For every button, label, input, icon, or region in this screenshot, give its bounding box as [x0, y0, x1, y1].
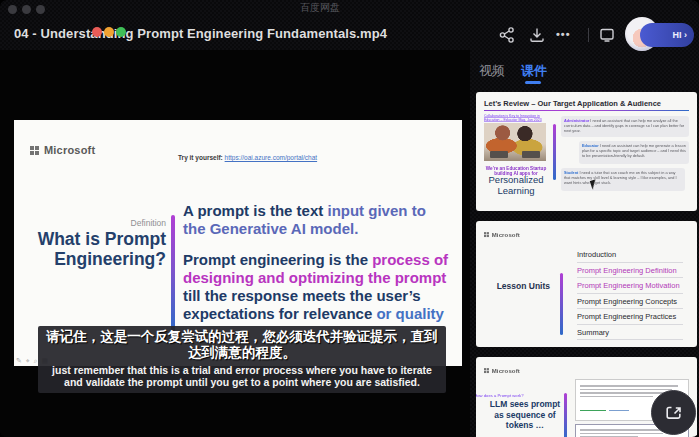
lesson-units-label: Lesson Units: [486, 247, 560, 340]
try-it-link: https://oai.azure.com/portal/chat: [225, 154, 318, 161]
try-it-yourself: Try it yourself: https://oai.azure.com/p…: [178, 154, 317, 161]
cast-icon[interactable]: [598, 26, 616, 44]
lesson-unit-item: Prompt Engineering Concepts: [577, 294, 683, 310]
laptop-shape: [522, 151, 540, 158]
lesson-unit-item: Introduction: [577, 247, 683, 263]
baidu-netdisk-player-window: 百度网盘 04 - Understanding Prompt Engineeri…: [0, 0, 699, 437]
download-icon[interactable]: [528, 26, 546, 44]
microsoft-logo-icon: [484, 232, 489, 237]
thumb3-kicker: How does a Prompt work?: [476, 393, 538, 397]
microsoft-logo-icon: [484, 368, 489, 373]
loading-dot-green-icon: [116, 27, 126, 37]
thumb1-headline: Personalized Learning: [484, 175, 548, 196]
app-name: 百度网盘: [0, 1, 640, 15]
courseware-thumbnail-review[interactable]: Let’s Review – Our Target Application & …: [476, 92, 697, 211]
chat-bubble-student: Student I need a tutor that can coach me…: [561, 168, 686, 191]
lesson-unit-item: Prompt Engineering Motivation: [577, 278, 683, 294]
microsoft-logo: Microsoft: [484, 367, 520, 374]
thumb3-title: LLM sees prompt as sequence of tokens …: [486, 399, 564, 431]
thumb1-divider-bar: [553, 124, 556, 180]
gradient-divider-bar: [171, 215, 175, 332]
active-tab-indicator: [525, 81, 541, 84]
laptop-shape: [490, 151, 508, 158]
subtitle-chinese: 请记住，这是一个反复尝试的过程，您必须迭代并验证提示，直到达到满意的程度。: [44, 329, 440, 361]
subtitle-english: just remember that this is a trial and e…: [44, 364, 440, 388]
thumb1-rule: [484, 110, 689, 111]
courseware-thumbnail-lesson-units[interactable]: Microsoft Lesson Units Introduction Prom…: [476, 221, 697, 347]
loading-dot-yellow-icon: [104, 27, 114, 37]
microsoft-logo: Microsoft: [484, 231, 520, 238]
slide-paragraph-1: A prompt is the text input given to the …: [183, 202, 437, 239]
lesson-unit-item: Prompt Engineering Definition: [577, 263, 683, 279]
lesson-unit-item: Prompt Engineering Practices: [577, 309, 683, 325]
share-icon[interactable]: [498, 26, 516, 44]
loading-dot-red-icon: [92, 27, 102, 37]
account-badge-label: HI ›: [673, 30, 688, 40]
chat-bubble-administrator: Administrator I need an assistant that c…: [561, 116, 690, 137]
tab-courseware[interactable]: 课件: [521, 62, 547, 80]
video-title: 04 - Understanding Prompt Engineering Fu…: [14, 26, 387, 41]
chat-bubble-educator: Educator I need an assistant can help me…: [579, 141, 690, 164]
save-to-netdisk-fab[interactable]: [651, 390, 696, 435]
thumb1-startup-text: We’re an Education Startup building AI a…: [484, 166, 548, 173]
more-menu-icon[interactable]: •••: [556, 28, 571, 40]
subtitle-overlay: 请记住，这是一个反复尝试的过程，您必须迭代并验证提示，直到达到满意的程度。 ju…: [38, 326, 446, 393]
video-player-surface[interactable]: Microsoft Try it yourself: https://oai.a…: [0, 50, 470, 437]
toolbar-divider: [588, 28, 589, 42]
openai-label-bar: [580, 410, 606, 412]
microsoft-logo-icon: [30, 146, 39, 155]
thumb1-title: Let’s Review – Our Target Application & …: [484, 99, 689, 108]
microsoft-logo: Microsoft: [30, 144, 95, 156]
screen-export-icon: [663, 402, 685, 424]
slide-paragraph-2: Prompt engineering is the process of des…: [183, 251, 459, 324]
slide-kicker: Definition: [22, 218, 166, 228]
thumb1-photo: [484, 123, 546, 161]
slide-title: What is Prompt Engineering?: [22, 229, 166, 270]
thumb1-citation: Collaboration is Key to Innovation in Ed…: [484, 114, 548, 118]
account-badge[interactable]: HI ›: [640, 23, 694, 47]
lesson-unit-item: Summary: [577, 325, 683, 341]
tab-video[interactable]: 视频: [479, 62, 505, 80]
